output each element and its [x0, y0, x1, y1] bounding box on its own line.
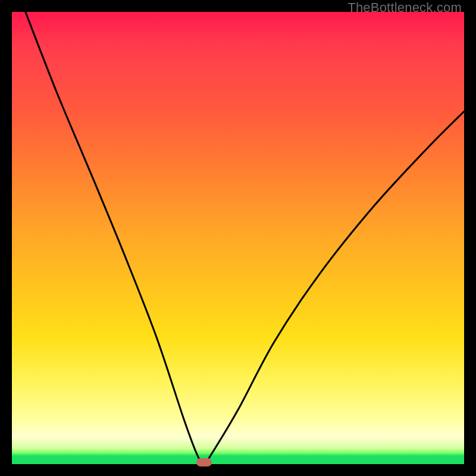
optimal-marker [196, 458, 212, 466]
plot-area [12, 12, 464, 464]
chart-frame: TheBottleneck.com [0, 0, 476, 476]
bottleneck-curve [12, 12, 464, 464]
